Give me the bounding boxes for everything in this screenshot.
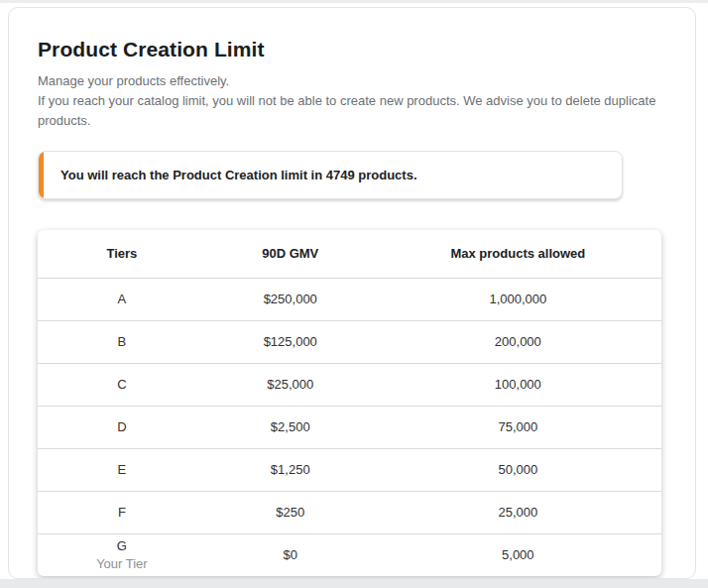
- page-title: Product Creation Limit: [38, 36, 661, 62]
- tier-cell: E: [38, 448, 206, 491]
- table-row: C$25,000100,000: [38, 363, 661, 406]
- settings-card: Product Creation Limit Manage your produ…: [8, 7, 696, 579]
- column-header-gmv: 90D GMV: [206, 230, 375, 278]
- product-creation-limit-page: Product Creation Limit Manage your produ…: [0, 0, 708, 588]
- warning-message: You will reach the Product Creation limi…: [39, 168, 417, 182]
- tier-letter: D: [38, 419, 206, 434]
- table-row: F$25025,000: [38, 491, 661, 533]
- table-row: GYour Tier$05,000: [38, 533, 661, 576]
- tier-letter: G: [38, 538, 206, 553]
- top-divider: [0, 0, 708, 3]
- tier-cell: C: [38, 363, 206, 406]
- max-products-cell: 50,000: [375, 448, 661, 491]
- tier-cell: GYour Tier: [38, 533, 206, 576]
- tier-table-card: Tiers 90D GMV Max products allowed A$250…: [38, 230, 661, 576]
- tier-letter: C: [38, 377, 206, 392]
- max-products-cell: 1,000,000: [375, 278, 661, 320]
- column-header-tiers: Tiers: [38, 230, 206, 278]
- gmv-cell: $0: [206, 533, 375, 576]
- tier-cell: A: [38, 278, 206, 320]
- gmv-cell: $1,250: [206, 448, 375, 491]
- tier-letter: A: [38, 292, 206, 306]
- max-products-cell: 75,000: [375, 406, 661, 448]
- gmv-cell: $25,000: [206, 363, 375, 406]
- table-row: E$1,25050,000: [38, 448, 661, 491]
- warning-accent-bar: [39, 152, 44, 198]
- max-products-cell: 25,000: [375, 491, 661, 533]
- table-row: B$125,000200,000: [38, 320, 661, 363]
- table-row: A$250,0001,000,000: [38, 278, 661, 320]
- description-line-1: Manage your products effectively.: [38, 71, 661, 91]
- card-content: Product Creation Limit Manage your produ…: [9, 8, 695, 576]
- tier-table-body: A$250,0001,000,000B$125,000200,000C$25,0…: [38, 278, 661, 576]
- limit-warning-banner: You will reach the Product Creation limi…: [38, 151, 623, 199]
- bottom-strip: [0, 579, 708, 588]
- description-line-2: If you reach your catalog limit, you wil…: [38, 91, 661, 131]
- gmv-cell: $250: [206, 491, 375, 533]
- current-tier-note: Your Tier: [38, 556, 206, 571]
- tier-table: Tiers 90D GMV Max products allowed A$250…: [38, 230, 661, 576]
- table-row: D$2,50075,000: [38, 406, 661, 448]
- gmv-cell: $2,500: [206, 406, 375, 448]
- max-products-cell: 5,000: [375, 533, 661, 576]
- max-products-cell: 200,000: [375, 320, 661, 363]
- tier-letter: F: [38, 505, 206, 520]
- max-products-cell: 100,000: [375, 363, 661, 406]
- tier-letter: B: [38, 334, 206, 349]
- gmv-cell: $125,000: [206, 320, 375, 363]
- gmv-cell: $250,000: [206, 278, 375, 320]
- tier-cell: B: [38, 320, 206, 363]
- header-row: Tiers 90D GMV Max products allowed: [38, 230, 661, 278]
- tier-cell: F: [38, 491, 206, 533]
- tier-table-header: Tiers 90D GMV Max products allowed: [38, 230, 661, 278]
- tier-cell: D: [38, 406, 206, 448]
- page-description: Manage your products effectively. If you…: [38, 71, 661, 131]
- column-header-max-products: Max products allowed: [375, 230, 661, 278]
- tier-letter: E: [38, 462, 206, 477]
